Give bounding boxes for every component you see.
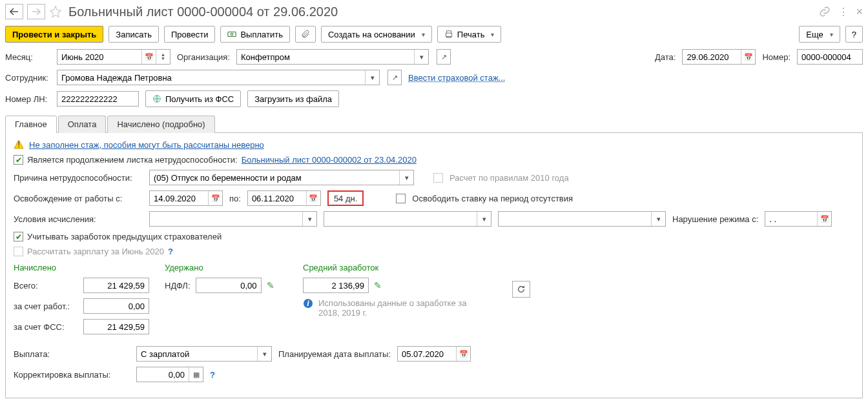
employee-label: Сотрудник: xyxy=(5,73,50,83)
create-based-button[interactable]: Создать на основании▾ xyxy=(321,26,432,43)
avg-field[interactable] xyxy=(303,278,369,293)
pay-button[interactable]: Выплатить xyxy=(220,26,290,43)
date-label: Дата: xyxy=(655,52,676,62)
calendar-icon[interactable]: 📅 xyxy=(817,212,831,226)
month-field[interactable]: 📅 ▲▼ xyxy=(57,49,170,65)
svg-text:!: ! xyxy=(17,139,20,149)
refresh-button[interactable] xyxy=(512,281,530,298)
ndfl-field[interactable] xyxy=(196,278,262,293)
leave-to-label: по: xyxy=(229,194,241,203)
continuation-label: Является продолжением листка нетрудоспос… xyxy=(27,155,238,165)
recalc-salary-checkbox xyxy=(14,247,23,256)
calculator-icon[interactable]: ▦ xyxy=(189,367,203,382)
fss-button[interactable]: Получить из ФСС xyxy=(145,90,241,107)
more-label: Еще xyxy=(806,30,823,39)
info-icon: i xyxy=(303,298,313,309)
employer-label: за счет работ.: xyxy=(14,301,78,311)
ln-field[interactable] xyxy=(57,91,139,107)
calendar-icon[interactable]: 📅 xyxy=(456,347,470,361)
more-button[interactable]: Еще▾ xyxy=(799,26,840,43)
payout-label: Выплата: xyxy=(14,349,130,359)
leave-from-field[interactable]: 📅 xyxy=(149,190,223,206)
warning-link[interactable]: Не заполнен стаж, пособия могут быть рас… xyxy=(29,140,264,150)
total-field[interactable] xyxy=(83,278,149,293)
post-button[interactable]: Провести xyxy=(164,26,216,43)
total-label: Всего: xyxy=(14,281,78,291)
employee-field[interactable]: ▾ xyxy=(57,70,380,85)
load-file-button[interactable]: Загрузить из файла xyxy=(247,90,339,107)
dropdown-icon[interactable]: ▾ xyxy=(651,212,665,226)
accrued-head: Начислено xyxy=(14,263,149,272)
fss-amount-field[interactable] xyxy=(83,319,149,334)
info-text: Использованы данные о заработке за 2018,… xyxy=(318,298,480,318)
consider-prev-label: Учитывать заработок предыдущих страховат… xyxy=(27,232,222,241)
planned-date-label: Планируемая дата выплаты: xyxy=(278,349,391,359)
rule2010-checkbox xyxy=(433,173,443,183)
avg-head: Средний заработок xyxy=(303,263,497,272)
calendar-icon[interactable]: 📅 xyxy=(306,191,320,205)
paperclip-icon xyxy=(301,30,310,39)
continuation-checkbox[interactable]: ✔ xyxy=(14,155,23,165)
number-field[interactable] xyxy=(797,49,863,65)
calendar-icon[interactable]: 📅 xyxy=(141,50,156,64)
insurance-link[interactable]: Ввести страховой стаж... xyxy=(408,73,505,83)
dropdown-icon[interactable]: ▾ xyxy=(257,347,271,361)
tab-payment[interactable]: Оплата xyxy=(58,116,107,133)
rule2010-label: Расчет по правилам 2010 года xyxy=(450,173,569,183)
consider-prev-checkbox[interactable]: ✔ xyxy=(14,232,23,241)
post-and-close-button[interactable]: Провести и закрыть xyxy=(5,26,103,43)
edit-ndfl-icon[interactable]: ✎ xyxy=(267,280,274,291)
correction-help[interactable]: ? xyxy=(210,370,215,380)
dropdown-icon[interactable]: ▾ xyxy=(477,212,491,226)
org-open-icon[interactable]: ↗ xyxy=(437,49,451,65)
save-button[interactable]: Записать xyxy=(108,26,159,43)
back-button[interactable] xyxy=(5,4,23,19)
condition1-field[interactable]: ▾ xyxy=(149,211,317,227)
edit-avg-icon[interactable]: ✎ xyxy=(374,280,382,291)
conditions-label: Условия исчисления: xyxy=(14,214,143,224)
menu-icon[interactable]: ⋮ xyxy=(838,6,848,18)
ln-label: Номер ЛН: xyxy=(5,94,50,104)
date-field[interactable]: 📅 xyxy=(682,49,756,65)
favorite-icon[interactable] xyxy=(49,5,62,18)
reason-field[interactable]: ▾ xyxy=(149,170,414,185)
tabs: Главное Оплата Начислено (подробно) xyxy=(5,115,863,133)
violation-label: Нарушение режима с: xyxy=(672,214,758,224)
ndfl-label: НДФЛ: xyxy=(165,281,191,291)
tab-main[interactable]: Главное xyxy=(5,116,57,133)
dropdown-icon[interactable]: ▾ xyxy=(302,212,316,226)
condition2-field[interactable]: ▾ xyxy=(324,211,491,227)
leave-to-field[interactable]: 📅 xyxy=(247,190,321,206)
recalc-help[interactable]: ? xyxy=(168,247,173,256)
employee-open-icon[interactable]: ↗ xyxy=(388,70,402,85)
print-label: Печать xyxy=(457,30,485,39)
close-icon[interactable]: × xyxy=(856,5,863,19)
condition3-field[interactable]: ▾ xyxy=(498,211,666,227)
dropdown-icon[interactable]: ▾ xyxy=(399,170,413,185)
payout-field[interactable]: ▾ xyxy=(136,346,272,362)
print-button[interactable]: Печать▾ xyxy=(437,26,502,43)
dropdown-icon[interactable]: ▾ xyxy=(365,70,379,85)
withheld-head: Удержано xyxy=(165,263,287,272)
continuation-link[interactable]: Больничный лист 0000-000002 от 23.04.202… xyxy=(242,155,417,165)
stepper-icon[interactable]: ▲▼ xyxy=(156,50,170,64)
forward-button[interactable] xyxy=(27,4,45,19)
correction-field[interactable]: ▦ xyxy=(136,367,203,382)
violation-field[interactable]: 📅 xyxy=(765,211,832,227)
calendar-icon[interactable]: 📅 xyxy=(741,50,755,64)
release-rate-checkbox[interactable] xyxy=(396,194,406,203)
help-button[interactable]: ? xyxy=(845,26,863,43)
correction-label: Корректировка выплаты: xyxy=(14,370,130,380)
employer-field[interactable] xyxy=(83,298,149,314)
link-icon[interactable] xyxy=(819,6,831,17)
pay-label: Выплатить xyxy=(240,30,283,39)
attach-button[interactable] xyxy=(295,26,316,43)
tab-accrued[interactable]: Начислено (подробно) xyxy=(107,116,214,133)
dropdown-icon[interactable]: ▾ xyxy=(414,50,428,64)
release-rate-label: Освободить ставку на период отсутствия xyxy=(412,194,573,203)
fss-label: Получить из ФСС xyxy=(165,94,234,104)
planned-date-field[interactable]: 📅 xyxy=(397,346,471,362)
calendar-icon[interactable]: 📅 xyxy=(208,191,222,205)
org-field[interactable]: ▾ xyxy=(236,49,429,65)
leave-from-label: Освобождение от работы с: xyxy=(14,194,143,203)
